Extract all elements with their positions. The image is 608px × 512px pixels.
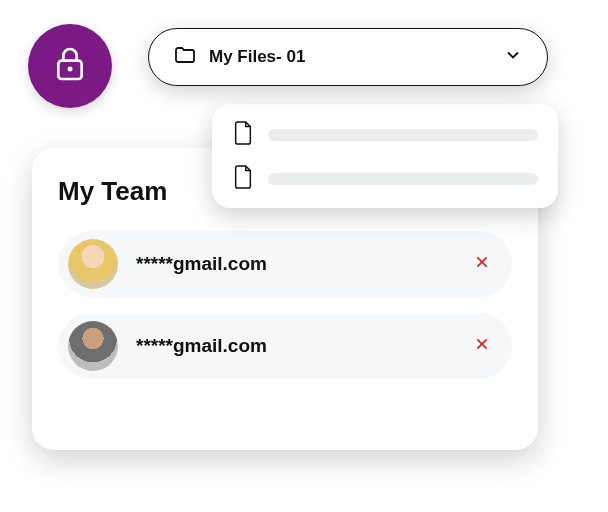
team-member-row: *****gmail.com (58, 313, 512, 379)
dropdown-item[interactable] (232, 164, 538, 194)
team-member-row: *****gmail.com (58, 231, 512, 297)
dropdown-item[interactable] (232, 120, 538, 150)
chevron-down-icon (503, 45, 523, 69)
close-icon (474, 254, 490, 274)
folder-dropdown-panel (212, 104, 558, 208)
dropdown-item-placeholder (268, 173, 538, 185)
close-icon (474, 336, 490, 356)
file-icon (232, 120, 254, 150)
lock-icon (50, 44, 90, 88)
remove-member-button[interactable] (472, 336, 492, 356)
remove-member-button[interactable] (472, 254, 492, 274)
folder-select[interactable]: My Files- 01 (148, 28, 548, 86)
dropdown-item-placeholder (268, 129, 538, 141)
lock-badge (28, 24, 112, 108)
folder-icon (173, 43, 197, 71)
member-email: *****gmail.com (136, 335, 472, 357)
member-email: *****gmail.com (136, 253, 472, 275)
avatar (68, 321, 118, 371)
avatar (68, 239, 118, 289)
folder-select-label: My Files- 01 (209, 47, 503, 67)
svg-point-1 (68, 67, 73, 72)
file-icon (232, 164, 254, 194)
